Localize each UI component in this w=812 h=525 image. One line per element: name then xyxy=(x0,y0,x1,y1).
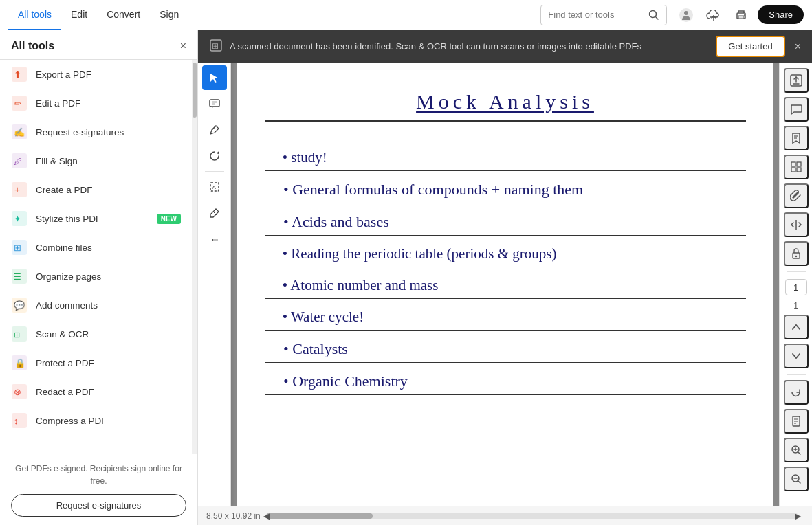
scan-ocr-icon: ⊞ xyxy=(11,326,28,342)
svg-line-1 xyxy=(656,16,659,19)
page-up-button[interactable] xyxy=(784,315,809,339)
svg-text:↕: ↕ xyxy=(14,416,19,426)
eraser-tool[interactable] xyxy=(202,201,227,225)
scroll-right-btn[interactable]: ▶ xyxy=(792,511,804,521)
note-line-7: • Organic Chemistry xyxy=(265,363,746,395)
cloud-icon-btn[interactable] xyxy=(703,4,725,26)
refresh-button[interactable] xyxy=(784,380,809,405)
profile-icon-btn[interactable] xyxy=(675,4,697,26)
svg-point-6 xyxy=(744,14,745,16)
nav-tabs: All tools Edit Convert Sign xyxy=(8,0,540,30)
sidebar-item-stylize-pdf[interactable]: ✦ Stylize this PDF NEW xyxy=(0,204,192,233)
sidebar-footer-text: Get PDFs e-signed. Recipients sign onlin… xyxy=(11,462,186,487)
pdf-page: Mock Analysis • study! • General formula… xyxy=(237,63,773,506)
search-bar[interactable] xyxy=(540,5,667,25)
tab-convert[interactable]: Convert xyxy=(97,0,150,30)
svg-marker-39 xyxy=(212,107,215,108)
attach-right-button[interactable] xyxy=(784,183,809,208)
notification-close-button[interactable]: × xyxy=(795,41,801,53)
sidebar-item-compress-pdf[interactable]: ↕ Compress a PDF xyxy=(0,406,192,435)
organize-pages-icon: ☰ xyxy=(11,268,28,284)
page-info-button[interactable] xyxy=(784,409,809,434)
note-line-5: • Water cycle! xyxy=(265,299,746,331)
sidebar-item-combine-files[interactable]: ⊞ Combine files xyxy=(0,233,192,262)
svg-point-55 xyxy=(795,256,796,257)
bookmark-right-button[interactable] xyxy=(784,126,809,150)
search-input[interactable] xyxy=(548,10,644,20)
sidebar-item-edit-pdf[interactable]: ✏ Edit a PDF xyxy=(0,89,192,118)
select-area-tool[interactable]: A xyxy=(202,175,227,199)
redact-pdf-icon: ⊗ xyxy=(11,383,28,400)
protect-right-button[interactable] xyxy=(784,241,809,266)
svg-line-40 xyxy=(212,126,216,130)
sidebar-item-scan-ocr[interactable]: ⊞ Scan & OCR xyxy=(0,320,192,348)
more-tools-button[interactable]: ··· xyxy=(202,227,227,252)
sidebar-item-label: Stylize this PDF xyxy=(36,214,144,224)
new-badge: NEW xyxy=(157,214,181,224)
svg-rect-51 xyxy=(791,168,795,172)
pdf-toolbar: A ··· xyxy=(198,63,231,506)
zoom-in-button[interactable] xyxy=(784,438,809,462)
svg-rect-49 xyxy=(791,162,795,166)
sidebar-item-protect-pdf[interactable]: 🔒 Protect a PDF xyxy=(0,348,192,377)
export-right-button[interactable] xyxy=(784,68,809,93)
grid-right-button[interactable] xyxy=(784,155,809,179)
print-icon-btn[interactable] xyxy=(730,4,752,26)
sidebar-item-add-comments[interactable]: 💬 Add comments xyxy=(0,291,192,320)
scroll-left-btn[interactable]: ◀ xyxy=(261,511,272,521)
zoom-out-button[interactable] xyxy=(784,467,809,491)
search-icon xyxy=(648,10,659,21)
cursor-tool[interactable] xyxy=(202,65,227,90)
sidebar-item-export-pdf[interactable]: ⬆ Export a PDF xyxy=(0,60,192,89)
pdf-page-wrapper[interactable]: Mock Analysis • study! • General formula… xyxy=(231,63,779,506)
tab-sign[interactable]: Sign xyxy=(150,0,188,30)
note-line-2: • Acids and bases xyxy=(265,203,746,236)
add-comments-icon: 💬 xyxy=(11,297,28,313)
sidebar-item-label: Protect a PDF xyxy=(36,358,181,368)
get-started-button[interactable]: Get started xyxy=(716,36,784,57)
sidebar-item-request-esig[interactable]: ✍ Request e-signatures xyxy=(0,118,192,146)
tab-all-tools[interactable]: All tools xyxy=(8,0,61,30)
comment-right-button[interactable] xyxy=(784,97,809,122)
sidebar-header: All tools × xyxy=(0,30,197,60)
svg-text:🖊: 🖊 xyxy=(14,157,22,166)
note-line-3: • Reading the periodic table (periods & … xyxy=(265,236,746,267)
sidebar-footer: Get PDFs e-signed. Recipients sign onlin… xyxy=(0,454,197,525)
pdf-title: Mock Analysis xyxy=(265,76,746,122)
sidebar-item-organize-pages[interactable]: ☰ Organize pages xyxy=(0,262,192,291)
stylize-pdf-icon: ✦ xyxy=(11,210,28,227)
notification-bar: ⊞ A scanned document has been identified… xyxy=(198,30,812,63)
print-icon xyxy=(734,8,748,22)
request-esig-footer-button[interactable]: Request e-signatures xyxy=(11,494,186,517)
sidebar-scroll-thumb xyxy=(193,63,197,118)
sidebar-close-button[interactable]: × xyxy=(180,41,186,52)
sidebar-scrollbar[interactable] xyxy=(192,60,197,454)
svg-line-63 xyxy=(798,452,800,455)
compress-pdf-icon: ↕ xyxy=(11,412,28,429)
sidebar-item-label: Fill & Sign xyxy=(36,156,181,166)
nav-right-icons: Share xyxy=(675,4,804,26)
compare-right-button[interactable] xyxy=(784,212,809,237)
share-button[interactable]: Share xyxy=(758,5,804,24)
comment-tool[interactable] xyxy=(202,91,227,116)
sidebar-item-label: Compress a PDF xyxy=(36,416,181,426)
sidebar-item-redact-pdf[interactable]: ⊗ Redact a PDF xyxy=(0,377,192,406)
svg-text:💬: 💬 xyxy=(14,300,25,311)
sidebar-item-fill-sign[interactable]: 🖊 Fill & Sign xyxy=(0,146,192,175)
pen-tool[interactable] xyxy=(202,118,227,142)
sidebar-item-label: Create a PDF xyxy=(36,185,181,195)
combine-files-icon: ⊞ xyxy=(11,239,28,256)
edit-pdf-icon: ✏ xyxy=(11,95,28,111)
svg-text:🔒: 🔒 xyxy=(14,357,26,369)
page-down-button[interactable] xyxy=(784,344,809,368)
page-dimensions: 8.50 x 10.92 in xyxy=(206,511,261,521)
tab-edit[interactable]: Edit xyxy=(61,0,97,30)
sidebar-item-label: Scan & OCR xyxy=(36,329,181,339)
sidebar-item-create-pdf[interactable]: + Create a PDF xyxy=(0,175,192,204)
note-line-4: • Atomic number and mass xyxy=(265,267,746,299)
lasso-tool[interactable] xyxy=(202,144,227,168)
person-icon xyxy=(679,8,693,22)
svg-text:✍: ✍ xyxy=(14,126,25,138)
svg-text:⊞: ⊞ xyxy=(212,41,219,51)
sidebar-item-label: Redact a PDF xyxy=(36,387,181,397)
